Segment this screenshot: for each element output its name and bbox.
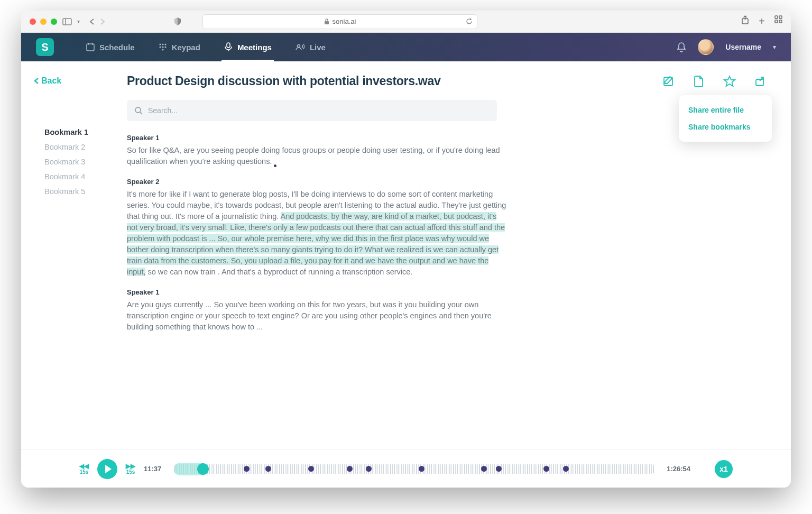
keypad-icon (158, 42, 168, 52)
document-button[interactable] (691, 74, 706, 89)
bookmark-item[interactable]: Bookmark 5 (44, 184, 118, 199)
waveform-bookmark-dot[interactable] (543, 466, 549, 472)
new-tab-icon[interactable]: + (759, 15, 765, 27)
nav-label: Meetings (237, 43, 272, 52)
shield-icon[interactable] (174, 17, 181, 26)
nav-label: Live (310, 43, 326, 52)
main-nav: Schedule Keypad Meetings Live (86, 33, 326, 61)
speaker-label: Speaker 1 (127, 134, 508, 142)
nav-schedule[interactable]: Schedule (86, 33, 135, 61)
search-input[interactable]: Search... (127, 100, 497, 121)
waveform-bookmark-dot[interactable] (347, 466, 353, 472)
chevron-down-icon[interactable]: ▾ (77, 19, 80, 24)
waveform-bookmark-dot[interactable] (481, 466, 487, 472)
transcript: Speaker 1 So for like Q&A, are you seein… (127, 134, 508, 333)
svg-point-24 (297, 45, 300, 48)
lock-icon (324, 19, 329, 25)
svg-rect-8 (779, 20, 782, 23)
maximize-window-icon[interactable] (51, 19, 57, 25)
svg-point-19 (162, 46, 163, 48)
edit-button[interactable] (661, 74, 676, 89)
share-sheet-icon[interactable] (741, 15, 749, 27)
share-entire-file[interactable]: Share entire file (679, 102, 772, 118)
total-duration: 1:26:54 (667, 465, 690, 473)
share-menu: Share entire file Share bookmarks (679, 95, 772, 142)
window-controls (30, 19, 57, 25)
svg-point-16 (162, 43, 163, 45)
svg-point-18 (159, 46, 161, 48)
avatar[interactable] (698, 39, 714, 55)
back-link[interactable]: Back (34, 76, 61, 86)
rewind-15s-button[interactable]: ◂◂ 15s (79, 463, 89, 475)
speaker-label: Speaker 1 (127, 288, 508, 296)
transcript-segment[interactable]: Are you guys currently ... So you've bee… (127, 299, 508, 333)
skip-label: 15s (80, 469, 89, 475)
playback-speed-button[interactable]: x1 (715, 460, 733, 478)
minimize-window-icon[interactable] (40, 19, 47, 25)
app-logo[interactable]: S (36, 38, 54, 56)
highlighted-text: And podcasts, by the way, are kind of a … (127, 212, 505, 276)
svg-point-20 (164, 46, 166, 48)
user-menu-chevron-icon[interactable]: ▾ (773, 43, 776, 51)
annotation-dot-icon[interactable] (274, 164, 276, 167)
svg-marker-28 (724, 76, 735, 86)
calendar-icon (86, 42, 95, 52)
waveform-bookmark-dot[interactable] (265, 466, 271, 472)
forward-15s-button[interactable]: ▸▸ 15s (126, 463, 135, 475)
sidebar-toggle-icon[interactable] (62, 18, 72, 25)
svg-rect-5 (775, 16, 778, 19)
play-button[interactable] (97, 459, 117, 479)
nav-label: Keypad (172, 43, 200, 52)
close-window-icon[interactable] (30, 19, 36, 25)
waveform-bookmark-dot[interactable] (419, 466, 425, 472)
nav-label: Schedule (99, 43, 135, 52)
nav-forward-icon[interactable] (100, 18, 105, 25)
app-header: S Schedule Keypad Meetings Live (21, 33, 791, 61)
address-bar[interactable]: sonia.ai (202, 14, 477, 29)
bookmark-item[interactable]: Bookmark 2 (44, 140, 118, 154)
nav-live[interactable]: Live (295, 33, 326, 61)
waveform-scrubber[interactable] (174, 461, 654, 478)
svg-point-25 (135, 107, 141, 113)
reload-icon[interactable] (466, 18, 473, 25)
speaker-label: Speaker 2 (127, 178, 508, 186)
nav-keypad[interactable]: Keypad (158, 33, 200, 61)
notifications-icon[interactable] (677, 42, 686, 52)
current-time: 11:37 (144, 465, 161, 473)
bookmark-item[interactable]: Bookmark 3 (44, 154, 118, 169)
username-label: Username (725, 43, 761, 51)
nav-meetings[interactable]: Meetings (224, 33, 272, 61)
svg-point-17 (164, 43, 166, 45)
address-text: sonia.ai (333, 17, 356, 25)
share-bookmarks[interactable]: Share bookmarks (679, 118, 772, 135)
svg-rect-2 (325, 21, 329, 24)
share-button[interactable] (753, 74, 768, 89)
back-label: Back (41, 76, 61, 86)
waveform-bookmark-dot[interactable] (308, 466, 314, 472)
svg-line-26 (140, 112, 142, 114)
bookmark-item[interactable]: Bookmark 1 (44, 125, 118, 140)
waveform-bookmark-dot[interactable] (366, 466, 372, 472)
search-icon (134, 106, 143, 115)
waveform-bookmark-dot[interactable] (496, 466, 502, 472)
broadcast-icon (295, 43, 306, 51)
playhead[interactable] (197, 463, 209, 475)
nav-back-icon[interactable] (89, 18, 95, 25)
chevron-left-icon (34, 77, 39, 85)
search-placeholder: Search... (148, 106, 178, 115)
svg-point-15 (159, 43, 161, 45)
svg-rect-7 (775, 20, 778, 23)
favorite-button[interactable] (722, 74, 737, 89)
tab-overview-icon[interactable] (774, 15, 782, 27)
transcript-segment[interactable]: It's more for like if I want to generate… (127, 189, 508, 278)
waveform-bookmark-dot[interactable] (563, 466, 569, 472)
skip-label: 15s (126, 469, 135, 475)
transcript-segment[interactable]: So for like Q&A, are you seeing people d… (127, 145, 508, 167)
bookmark-item[interactable]: Bookmark 4 (44, 169, 118, 184)
svg-rect-22 (227, 43, 230, 48)
microphone-icon (224, 42, 233, 52)
browser-toolbar: ▾ sonia.ai + (21, 11, 791, 33)
waveform-bookmark-dot[interactable] (244, 466, 250, 472)
svg-point-21 (162, 49, 163, 50)
page-title: Product Design discussion with potential… (127, 74, 523, 88)
